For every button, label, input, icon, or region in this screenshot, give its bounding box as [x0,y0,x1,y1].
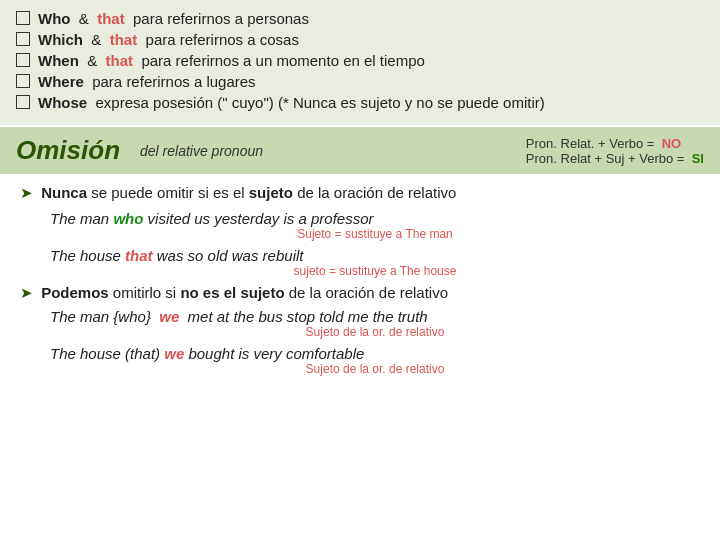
omision-rule2-value: SI [692,151,704,166]
example1-who: who [113,210,143,227]
nunca-end: de la oración de relativo [297,184,456,201]
example-3: The man {who} we met at the bus stop tol… [50,308,700,339]
checkbox-when[interactable] [16,53,30,67]
keyword-where: Where [38,73,84,90]
rule-where-text: Where para referirnos a lugares [38,73,256,90]
example3-line: The man {who} we met at the bus stop tol… [50,308,700,325]
no-es-sujeto: no es el sujeto [180,284,284,301]
rule-who-text: Who & that para referirnos a personas [38,10,309,27]
example2-that: that [125,247,153,264]
example-4: The house (that) we bought is very comfo… [50,345,700,376]
omision-rules: Pron. Relat. + Verbo = NO Pron. Relat + … [526,136,704,166]
rule-nunca-line: ➤ Nunca se puede omitir si es el sujeto … [20,184,700,202]
body-section: ➤ Nunca se puede omitir si es el sujeto … [0,174,720,390]
keyword-that-2: that [110,31,138,48]
example-1: The man who visited us yesterday is a pr… [50,210,700,241]
checkbox-who[interactable] [16,11,30,25]
rule-which-text: Which & that para referirnos a cosas [38,31,299,48]
keyword-when: When [38,52,79,69]
rule-when: When & that para referirnos a un momento… [16,52,704,69]
rule-who: Who & that para referirnos a personas [16,10,704,27]
keyword-which: Which [38,31,83,48]
podemos-rest: omitirlo si [113,284,181,301]
omision-title: Omisión [16,135,120,166]
podemos-text: Podemos [41,284,109,301]
checkbox-where[interactable] [16,74,30,88]
arrow-nunca: ➤ [20,184,33,201]
keyword-who: Who [38,10,70,27]
rule-where: Where para referirnos a lugares [16,73,704,90]
rule-whose-text: Whose expresa posesión (" cuyo") (* Nunc… [38,94,545,111]
example3-we: we [159,308,179,325]
example2-sub: sujeto = sustituye a The house [50,264,700,278]
omision-section: Omisión del relative pronoun Pron. Relat… [0,127,720,174]
keyword-that-1: that [97,10,125,27]
omision-rule2: Pron. Relat + Suj + Verbo = SI [526,151,704,166]
example1-sub: Sujeto = sustituye a The man [50,227,700,241]
example4-we: we [164,345,184,362]
example3-sub: Sujeto de la or. de relativo [50,325,700,339]
example4-line: The house (that) we bought is very comfo… [50,345,700,362]
example1-line: The man who visited us yesterday is a pr… [50,210,700,227]
example-2: The house that was so old was rebuilt su… [50,247,700,278]
arrow-podemos: ➤ [20,284,33,301]
sujeto-text-1: sujeto [249,184,293,201]
example4-sub: Sujeto de la or. de relativo [50,362,700,376]
rule-podemos-line: ➤ Podemos omitirlo si no es el sujeto de… [20,284,700,302]
podemos-end: de la oración de relativo [289,284,448,301]
nunca-rest: se puede omitir si es el [91,184,249,201]
omision-rule1-value: NO [662,136,682,151]
rules-section: Who & that para referirnos a personas Wh… [0,0,720,125]
keyword-that-3: that [106,52,134,69]
rule-which: Which & that para referirnos a cosas [16,31,704,48]
checkbox-whose[interactable] [16,95,30,109]
checkbox-which[interactable] [16,32,30,46]
keyword-whose: Whose [38,94,87,111]
omision-rule1: Pron. Relat. + Verbo = NO [526,136,704,151]
nunca-text: Nunca [41,184,87,201]
omision-subtitle: del relative pronoun [140,143,263,159]
rule-whose: Whose expresa posesión (" cuyo") (* Nunc… [16,94,704,111]
rule-when-text: When & that para referirnos a un momento… [38,52,425,69]
example2-line: The house that was so old was rebuilt [50,247,700,264]
